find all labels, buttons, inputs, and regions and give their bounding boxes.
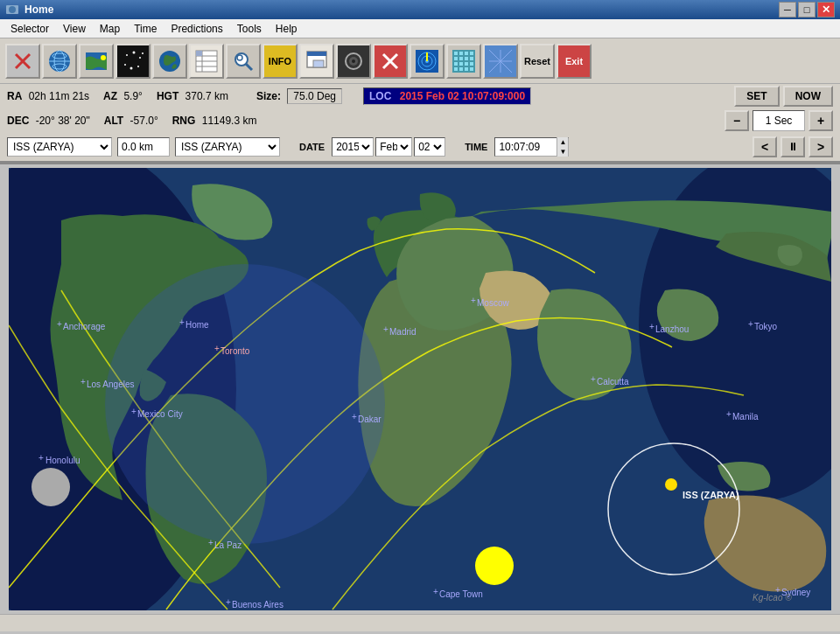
close-button[interactable]: ✕ xyxy=(817,2,835,17)
svg-text:+: + xyxy=(649,322,654,331)
svg-text:+: + xyxy=(208,538,214,547)
plus-button[interactable]: + xyxy=(808,110,833,131)
radar-button[interactable] xyxy=(410,44,444,79)
time-up-arrow[interactable]: ▲ xyxy=(557,137,568,147)
statusbar xyxy=(0,614,840,631)
svg-point-14 xyxy=(139,57,141,59)
info-button[interactable]: INFO xyxy=(262,44,298,79)
svg-point-107 xyxy=(665,478,677,491)
svg-text:Calcutta: Calcutta xyxy=(597,377,629,387)
svg-rect-54 xyxy=(465,62,468,66)
svg-rect-44 xyxy=(454,52,458,55)
menu-time[interactable]: Time xyxy=(127,21,164,37)
svg-text:Buenos Aires: Buenos Aires xyxy=(232,600,284,610)
svg-rect-59 xyxy=(470,67,473,71)
svg-rect-46 xyxy=(465,52,468,55)
svg-text:+: + xyxy=(591,374,596,384)
menu-selector[interactable]: Selector xyxy=(4,21,56,37)
svg-point-18 xyxy=(142,52,144,54)
svg-text:Manila: Manila xyxy=(732,412,759,422)
menu-view[interactable]: View xyxy=(56,21,93,37)
rng-value: 11149.3 km xyxy=(202,115,257,127)
dec-value: -20° 38' 20" xyxy=(36,115,90,127)
svg-text:+: + xyxy=(433,587,438,596)
exit-button[interactable]: Exit xyxy=(556,44,592,79)
loc-value: 2015 Feb 02 10:07:09:000 xyxy=(400,90,525,102)
reset-button[interactable]: Reset xyxy=(520,44,555,79)
svg-text:Home: Home xyxy=(186,320,209,330)
time-input[interactable] xyxy=(495,141,556,153)
svg-text:Dakar: Dakar xyxy=(358,415,382,424)
svg-rect-56 xyxy=(454,67,458,71)
pause-button[interactable]: ⏸ xyxy=(780,136,805,157)
svg-text:Toronto: Toronto xyxy=(220,346,250,356)
svg-text:+: + xyxy=(80,377,86,387)
now-button[interactable]: NOW xyxy=(783,86,833,107)
svg-rect-55 xyxy=(470,62,473,66)
svg-point-71 xyxy=(475,547,514,585)
size-label: Size: xyxy=(256,90,281,102)
svg-rect-31 xyxy=(313,60,324,67)
svg-text:Honolulu: Honolulu xyxy=(46,456,80,465)
svg-line-27 xyxy=(246,64,252,70)
svg-rect-58 xyxy=(465,67,468,71)
alt-label: ALT xyxy=(104,115,123,127)
window-button[interactable] xyxy=(299,44,334,79)
satellite2-select[interactable]: ISS (ZARYA) HUBBLE TERRA xyxy=(175,137,280,157)
menu-tools[interactable]: Tools xyxy=(230,21,269,37)
stars-button[interactable] xyxy=(116,44,150,79)
svg-text:+: + xyxy=(748,319,753,329)
grid-button[interactable] xyxy=(189,44,224,79)
svg-text:+: + xyxy=(38,453,44,463)
svg-text:+: + xyxy=(214,344,220,353)
satellite1-select[interactable]: ISS (ZARYA) HUBBLE TERRA xyxy=(7,137,112,157)
day-select[interactable]: 02 xyxy=(414,137,445,157)
menu-predictions[interactable]: Predictions xyxy=(164,21,229,37)
minimize-button[interactable]: ─ xyxy=(779,2,796,17)
svg-point-15 xyxy=(124,64,126,66)
ra-value: 02h 11m 21s xyxy=(29,90,89,102)
svg-text:+: + xyxy=(179,317,185,327)
az-value: 5.9° xyxy=(123,90,142,102)
svg-rect-48 xyxy=(454,57,458,60)
cancel-button[interactable] xyxy=(373,44,408,79)
camera-button[interactable] xyxy=(336,44,371,79)
date-label: DATE xyxy=(299,142,325,152)
svg-text:Los Angeles: Los Angeles xyxy=(87,380,135,389)
search-button[interactable] xyxy=(226,44,261,79)
map-button[interactable] xyxy=(79,44,114,79)
svg-rect-30 xyxy=(307,52,326,56)
rng-label: RNG xyxy=(172,115,196,127)
month-select[interactable]: Feb xyxy=(375,137,412,157)
menu-help[interactable]: Help xyxy=(269,21,304,37)
svg-text:Madrid: Madrid xyxy=(389,327,416,337)
menu-map[interactable]: Map xyxy=(93,21,127,37)
grid2-button[interactable] xyxy=(483,44,518,79)
next-button[interactable]: > xyxy=(808,136,833,157)
svg-rect-49 xyxy=(459,57,463,60)
texture-button[interactable] xyxy=(446,44,481,79)
dec-label: DEC xyxy=(7,115,29,127)
svg-rect-57 xyxy=(459,67,463,71)
minus-button[interactable]: − xyxy=(724,110,749,131)
svg-point-35 xyxy=(352,59,355,63)
globe-button[interactable] xyxy=(42,44,77,79)
svg-text:+: + xyxy=(57,319,62,329)
svg-text:Tokyo: Tokyo xyxy=(754,322,778,331)
svg-point-16 xyxy=(130,66,133,69)
distance-input[interactable] xyxy=(117,137,170,157)
year-select[interactable]: 2015 xyxy=(332,137,374,157)
svg-text:Cape Town: Cape Town xyxy=(439,589,483,599)
earth-button[interactable] xyxy=(152,44,187,79)
svg-rect-47 xyxy=(470,52,473,55)
step-display: 1 Sec xyxy=(752,110,805,131)
maximize-button[interactable]: □ xyxy=(798,2,816,17)
prev-button[interactable]: < xyxy=(752,136,777,157)
svg-rect-45 xyxy=(459,52,463,55)
title-text: Home xyxy=(24,3,777,16)
time-down-arrow[interactable]: ▼ xyxy=(557,147,568,157)
set-button[interactable]: SET xyxy=(734,86,779,107)
no-track-button[interactable] xyxy=(5,44,40,79)
alt-value: -57.0° xyxy=(130,115,158,127)
svg-point-69 xyxy=(105,264,385,544)
